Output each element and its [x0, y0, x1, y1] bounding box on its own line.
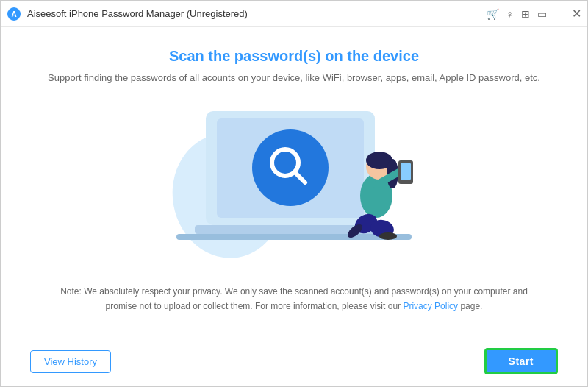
monitor-icon[interactable]: ▭: [537, 8, 547, 20]
page-subtitle: Support finding the passwords of all aco…: [48, 71, 540, 85]
window-controls: 🛒 ♀ ⊞ ▭ — ✕: [487, 7, 582, 21]
privacy-policy-link[interactable]: Privacy Policy: [403, 301, 458, 311]
user-icon[interactable]: ♀: [506, 8, 514, 20]
illustration: [162, 100, 426, 262]
app-logo: A: [7, 7, 21, 21]
apps-icon[interactable]: ⊞: [521, 8, 530, 20]
svg-text:A: A: [11, 10, 16, 18]
bottom-row: View History Start: [1, 348, 587, 374]
cart-icon[interactable]: 🛒: [487, 8, 499, 20]
title-bar: A Aiseesoft iPhone Password Manager (Unr…: [1, 1, 587, 27]
main-content: Scan the password(s) on the device Suppo…: [1, 27, 587, 387]
svg-point-5: [252, 129, 329, 206]
note-text: Note: We absolutely respect your privacy…: [60, 284, 528, 314]
close-icon[interactable]: ✕: [572, 7, 581, 21]
note-area: Note: We absolutely respect your privacy…: [45, 284, 543, 314]
svg-rect-16: [401, 163, 411, 180]
view-history-button[interactable]: View History: [30, 350, 111, 373]
window-title: Aiseesoft iPhone Password Manager (Unreg…: [27, 8, 487, 19]
svg-point-20: [379, 232, 397, 240]
start-button[interactable]: Start: [484, 348, 558, 374]
minimize-icon[interactable]: —: [554, 8, 564, 20]
page-title: Scan the password(s) on the device: [169, 48, 419, 65]
